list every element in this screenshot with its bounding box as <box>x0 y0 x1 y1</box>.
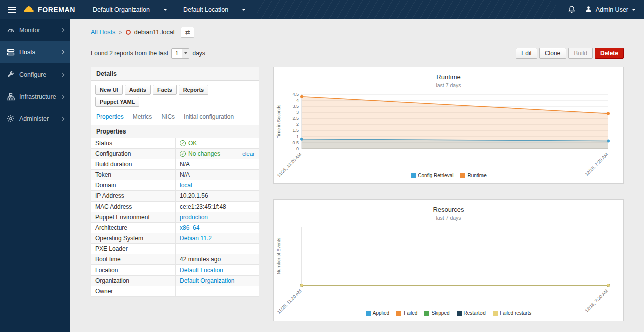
chart-title: Runtime <box>274 73 623 81</box>
resources-chart-legend: AppliedFailedSkippedRestartedFailed rest… <box>274 310 623 316</box>
clear-link[interactable]: clear <box>242 151 255 157</box>
organization-selector-label: Default Organization <box>93 6 150 13</box>
legend-swatch <box>460 173 465 178</box>
puppet-environment-link[interactable]: production <box>180 214 208 221</box>
gauge-icon <box>7 26 15 34</box>
breadcrumb-current-host: debian11.local <box>134 29 175 36</box>
location-selector[interactable]: Default Location <box>175 0 254 19</box>
sidebar-item-label: Administer <box>19 115 49 122</box>
audits-button[interactable]: Audits <box>125 85 151 95</box>
caret-down-icon <box>242 9 246 11</box>
property-label: Operating System <box>91 233 176 243</box>
property-value <box>176 286 259 296</box>
property-label: Status <box>91 138 176 148</box>
property-value: 42 minutes ago <box>176 254 259 264</box>
sidebar-item-administer[interactable]: Administer <box>0 108 70 130</box>
clone-button[interactable]: Clone <box>539 48 566 59</box>
table-row-mac-address: MAC Address ce:e1:23:45:1f:48 <box>91 202 259 212</box>
status-ok-text: OK <box>188 140 197 147</box>
legend-item[interactable]: Failed <box>396 310 417 316</box>
sidebar-item-hosts[interactable]: Hosts <box>0 41 70 63</box>
sidebar-item-monitor[interactable]: Monitor <box>0 19 70 41</box>
svg-text:2: 2 <box>296 122 299 127</box>
legend-swatch <box>366 311 371 316</box>
table-row-boot-time: Boot time 42 minutes ago <box>91 254 259 265</box>
host-status-icon <box>126 30 131 35</box>
hosts-icon <box>7 48 15 56</box>
svg-text:1: 1 <box>296 134 299 139</box>
top-navbar: FOREMAN Default Organization Default Loc… <box>0 0 644 19</box>
legend-swatch <box>411 173 416 178</box>
svg-text:2.5: 2.5 <box>292 116 299 121</box>
legend-item[interactable]: Restarted <box>457 310 486 316</box>
organization-selector[interactable]: Default Organization <box>85 0 175 19</box>
details-tabs: Properties Metrics NICs Initial configur… <box>91 110 259 125</box>
legend-item[interactable]: Applied <box>366 310 389 316</box>
property-label: Boot time <box>91 254 176 264</box>
legend-item[interactable]: Config Retrieval <box>411 173 453 178</box>
hamburger-menu-button[interactable] <box>0 0 23 19</box>
sidebar-item-label: Monitor <box>19 27 40 34</box>
operating-system-link[interactable]: Debian 11.2 <box>180 235 212 242</box>
runtime-chart-legend: Config RetrievalRuntime <box>274 173 623 178</box>
property-label: Puppet Environment <box>91 212 176 222</box>
legend-item[interactable]: Runtime <box>460 173 486 178</box>
facts-button[interactable]: Facts <box>153 85 177 95</box>
location-link[interactable]: Default Location <box>180 267 223 274</box>
caret-down-icon <box>163 9 167 11</box>
svg-text:4.5: 4.5 <box>292 92 299 97</box>
brand-text: FOREMAN <box>38 6 75 14</box>
sidebar-nav: Monitor Hosts Configure <box>0 19 70 332</box>
tab-initial-configuration[interactable]: Initial configuration <box>184 113 234 120</box>
legend-swatch <box>493 311 498 316</box>
property-value: ce:e1:23:45:1f:48 <box>176 202 259 212</box>
delete-button[interactable]: Delete <box>595 48 624 59</box>
tab-nics[interactable]: NICs <box>161 113 175 120</box>
new-ui-button[interactable]: New UI <box>95 85 123 95</box>
foreman-logo[interactable]: FOREMAN <box>23 5 75 15</box>
breadcrumb: All Hosts > debian11.local ⇄ <box>91 26 624 38</box>
property-label: Build duration <box>91 159 176 169</box>
host-switcher-button[interactable]: ⇄ <box>181 27 194 38</box>
gear-icon <box>7 115 15 123</box>
property-label: Location <box>91 265 176 275</box>
table-row-token: Token N/A <box>91 170 259 180</box>
table-row-owner: Owner <box>91 286 259 297</box>
caret-down-icon <box>632 9 636 11</box>
property-label: Configuration <box>91 149 176 159</box>
svg-text:12/16, 7:20 AM: 12/16, 7:20 AM <box>584 288 609 313</box>
user-icon <box>585 5 592 14</box>
sidebar-item-label: Hosts <box>19 49 35 56</box>
puppet-yaml-button[interactable]: Puppet YAML <box>95 97 139 107</box>
organization-link[interactable]: Default Organization <box>180 277 234 284</box>
notifications-button[interactable] <box>568 5 576 15</box>
user-menu-label: Admin User <box>596 6 628 13</box>
property-value: Debian 11.2 <box>176 233 259 243</box>
tab-metrics[interactable]: Metrics <box>133 113 152 120</box>
user-menu[interactable]: Admin User <box>585 5 636 14</box>
table-row-puppet-environment: Puppet Environment production <box>91 212 259 223</box>
property-label: Architecture <box>91 223 176 233</box>
chevron-right-icon <box>60 117 64 121</box>
legend-item[interactable]: Failed restarts <box>493 310 531 316</box>
breadcrumb-all-hosts-link[interactable]: All Hosts <box>91 29 115 36</box>
chevron-right-icon <box>60 73 64 77</box>
svg-text:Number of Events: Number of Events <box>276 237 281 274</box>
reports-button[interactable]: Reports <box>179 85 209 95</box>
property-label: Organization <box>91 276 176 286</box>
domain-link[interactable]: local <box>180 182 192 189</box>
table-row-organization: Organization Default Organization <box>91 276 259 286</box>
sidebar-item-configure[interactable]: Configure <box>0 63 70 86</box>
chevron-right-icon <box>60 95 64 99</box>
legend-item[interactable]: Skipped <box>424 310 449 316</box>
sidebar-item-infrastructure[interactable]: Infrastructure <box>0 86 70 108</box>
navbar-pattern <box>257 0 556 19</box>
charts-column: Runtime last 7 days 00.511.522.533.544.5… <box>273 67 624 321</box>
property-value: x86_64 <box>176 223 259 233</box>
resources-chart-panel: Resources last 7 days Number of Events11… <box>273 199 624 321</box>
svg-text:1.5: 1.5 <box>292 128 299 133</box>
architecture-link[interactable]: x86_64 <box>180 224 199 231</box>
report-days-select[interactable]: 1 <box>171 48 189 59</box>
tab-properties[interactable]: Properties <box>96 113 124 120</box>
edit-button[interactable]: Edit <box>516 48 537 59</box>
